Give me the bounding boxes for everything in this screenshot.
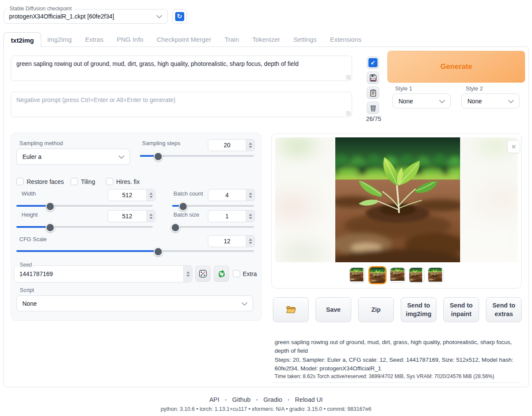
slider-thumb[interactable] bbox=[171, 223, 180, 232]
sampling-steps-label: Sampling steps bbox=[142, 140, 180, 146]
stepper[interactable] bbox=[146, 211, 155, 222]
footer-links: API • Github • Gradio • Reload UI bbox=[0, 396, 532, 403]
cfg-scale-label: CFG Scale bbox=[19, 236, 47, 242]
footer-versions: python: 3.10.6 • torch: 1.13.1+cu117 • x… bbox=[0, 406, 532, 412]
slider-thumb[interactable] bbox=[154, 152, 163, 161]
style1-dropdown[interactable]: None bbox=[393, 93, 451, 109]
tab-extensions[interactable]: Extensions bbox=[330, 36, 362, 43]
height-input[interactable]: 512 bbox=[108, 210, 155, 222]
sampling-steps-input[interactable]: 20 bbox=[208, 139, 255, 151]
paste-params-button[interactable]: ↙ bbox=[367, 56, 379, 69]
batch-size-label: Batch size bbox=[173, 211, 199, 218]
folder-icon bbox=[286, 305, 296, 314]
footer-link-gradio[interactable]: Gradio bbox=[263, 396, 282, 403]
stepper[interactable] bbox=[183, 266, 192, 282]
stepper[interactable] bbox=[246, 189, 254, 201]
checkpoint-value: protogenX34OfficialR_1.ckpt [60fe2f34] bbox=[9, 13, 114, 20]
gallery-thumbnails bbox=[272, 266, 521, 284]
restore-faces-label: Restore faces bbox=[27, 178, 64, 185]
tab-checkpoint-merger[interactable]: Checkpoint Merger bbox=[157, 36, 211, 43]
send-to-inpaint-button[interactable]: Send to inpaint bbox=[443, 297, 479, 322]
extra-seed-checkbox[interactable] bbox=[233, 270, 240, 277]
refresh-checkpoints-button[interactable]: ↻ bbox=[172, 9, 187, 24]
tab-extras[interactable]: Extras bbox=[85, 36, 104, 43]
batch-count-label: Batch count bbox=[173, 190, 203, 197]
random-seed-button[interactable] bbox=[195, 266, 210, 282]
restore-faces-checkbox[interactable] bbox=[16, 178, 24, 185]
style1-label: Style 1 bbox=[395, 85, 412, 92]
gallery-panel: ✕ bbox=[271, 133, 522, 289]
clear-prompt-button[interactable] bbox=[367, 102, 379, 114]
checkpoint-dropdown[interactable]: Stable Diffusion checkpoint protogenX34O… bbox=[3, 9, 168, 24]
height-slider[interactable] bbox=[16, 223, 153, 231]
reuse-seed-button[interactable] bbox=[214, 266, 229, 282]
height-label: Height bbox=[22, 211, 38, 218]
width-slider[interactable] bbox=[16, 202, 153, 210]
seed-input[interactable]: Seed 1441787169 bbox=[14, 265, 192, 283]
footer-link-reload-ui[interactable]: Reload UI bbox=[295, 396, 322, 403]
footer-link-api[interactable]: API bbox=[209, 396, 219, 403]
footer-link-github[interactable]: Github bbox=[232, 396, 251, 403]
results-divider bbox=[271, 382, 521, 383]
tiling-checkbox[interactable] bbox=[71, 178, 78, 185]
send-to-img2img-button[interactable]: Send to img2img bbox=[401, 297, 436, 322]
stepper[interactable] bbox=[146, 189, 155, 201]
thumbnail-5[interactable] bbox=[428, 267, 443, 283]
checkpoint-label: Stable Diffusion checkpoint bbox=[7, 6, 74, 12]
seed-label: Seed bbox=[18, 262, 34, 268]
batch-count-slider[interactable] bbox=[172, 202, 254, 210]
app-root: Stable Diffusion checkpoint protogenX34O… bbox=[0, 0, 532, 416]
chevron-down-icon bbox=[439, 97, 445, 103]
tab-img2img[interactable]: img2img bbox=[47, 36, 72, 43]
apply-style-button[interactable] bbox=[367, 87, 379, 99]
arrow-down-left-icon: ↙ bbox=[368, 58, 377, 67]
tab-train[interactable]: Train bbox=[225, 36, 239, 43]
slider-thumb[interactable] bbox=[154, 247, 163, 256]
batch-count-input[interactable]: 4 bbox=[208, 189, 255, 201]
generate-button[interactable]: Generate bbox=[387, 51, 525, 83]
send-to-extras-button[interactable]: Send to extras bbox=[486, 297, 522, 322]
tab-png-info[interactable]: PNG Info bbox=[117, 36, 143, 43]
sampling-steps-slider[interactable] bbox=[140, 152, 254, 160]
tab-txt2img[interactable]: txt2img bbox=[3, 32, 41, 47]
slider-thumb[interactable] bbox=[46, 202, 55, 211]
close-icon[interactable]: ✕ bbox=[507, 140, 520, 153]
width-label: Width bbox=[22, 190, 36, 197]
thumbnail-4[interactable] bbox=[409, 267, 424, 283]
negative-prompt-input[interactable] bbox=[11, 92, 352, 117]
slider-thumb[interactable] bbox=[46, 223, 55, 232]
tab-settings[interactable]: Settings bbox=[293, 36, 316, 43]
stepper[interactable] bbox=[246, 211, 254, 222]
tab-tokenizer[interactable]: Tokenizer bbox=[252, 36, 280, 43]
batch-size-slider[interactable] bbox=[172, 223, 254, 231]
open-folder-button[interactable] bbox=[273, 297, 309, 322]
slider-thumb[interactable] bbox=[179, 202, 188, 211]
prompt-input[interactable]: green sapling rowing out of ground, mud,… bbox=[11, 56, 352, 81]
script-label: Script bbox=[20, 287, 34, 293]
style2-dropdown[interactable]: None bbox=[461, 93, 520, 109]
cfg-scale-input[interactable]: 12 bbox=[208, 235, 255, 247]
cfg-scale-slider[interactable] bbox=[16, 247, 254, 255]
stepper[interactable] bbox=[246, 140, 254, 151]
generated-image[interactable] bbox=[335, 137, 460, 262]
chevron-down-icon bbox=[508, 97, 514, 103]
script-dropdown[interactable]: None bbox=[16, 295, 253, 311]
width-input[interactable]: 512 bbox=[108, 189, 155, 201]
trash-icon bbox=[369, 104, 377, 112]
hires-fix-checkbox[interactable] bbox=[106, 178, 113, 185]
token-counter: 26/75 bbox=[365, 115, 382, 122]
stepper[interactable] bbox=[246, 236, 254, 247]
save-button[interactable]: Save bbox=[315, 297, 351, 322]
save-style-button[interactable] bbox=[367, 71, 379, 84]
sampling-method-dropdown[interactable]: Euler a bbox=[16, 149, 130, 165]
clipboard-icon bbox=[369, 89, 377, 97]
zip-button[interactable]: Zip bbox=[358, 297, 394, 322]
dice-icon bbox=[199, 270, 207, 278]
batch-size-input[interactable]: 1 bbox=[208, 210, 255, 222]
recycle-icon bbox=[217, 270, 226, 278]
hires-fix-label: Hires. fix bbox=[116, 178, 139, 185]
thumbnail-1[interactable] bbox=[350, 267, 365, 283]
chevron-down-icon bbox=[241, 299, 247, 305]
thumbnail-3[interactable] bbox=[390, 267, 405, 283]
thumbnail-2-selected[interactable] bbox=[368, 266, 387, 284]
